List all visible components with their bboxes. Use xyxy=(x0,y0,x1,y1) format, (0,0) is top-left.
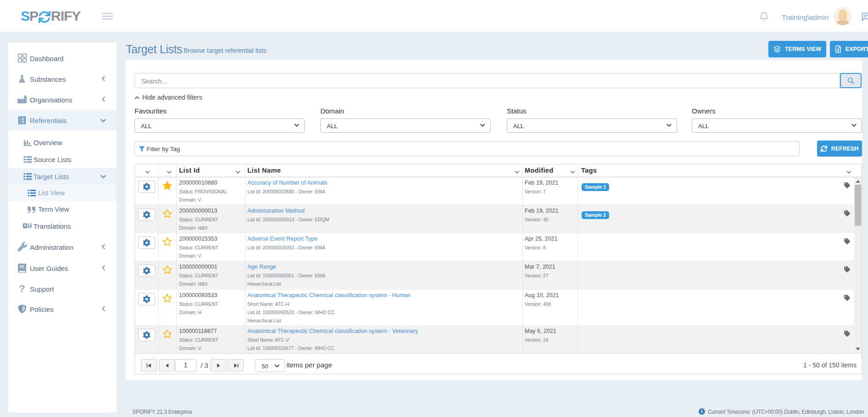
svg-text:*: * xyxy=(29,224,31,228)
svg-text:A: A xyxy=(24,224,27,228)
